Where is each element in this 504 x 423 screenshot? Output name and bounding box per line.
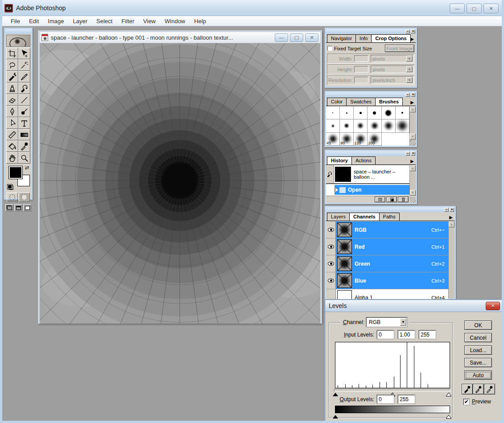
field-input[interactable] [354,55,368,62]
field-input[interactable] [354,77,368,83]
visibility-well[interactable] [326,255,336,272]
tab-channels[interactable]: Channels [349,213,380,221]
tab-navigator[interactable]: Navigator [327,34,356,42]
panel-menu-icon[interactable]: ▶ [409,158,415,164]
menu-item-image[interactable]: Image [44,16,68,26]
panel-close-icon[interactable]: × [411,152,415,156]
crop-tool[interactable] [6,48,18,59]
panel-close-icon[interactable]: × [411,29,415,33]
history-brush-source-well[interactable] [326,165,334,183]
fullscreen-menubar-mode-button[interactable] [14,204,22,211]
doc-maximize-button[interactable]: ▢ [290,33,303,42]
brush-preset[interactable]: 90 [340,133,354,146]
menu-item-help[interactable]: Help [190,16,210,26]
tab-layers[interactable]: Layers [327,213,350,221]
levels-button-ok[interactable]: OK [464,320,492,330]
paint-bucket-tool[interactable] [6,140,18,152]
front-image-button[interactable]: Front Image [385,45,414,52]
doc-close-button[interactable]: ✕ [305,33,318,42]
type-tool[interactable] [18,117,30,129]
app-titlebar[interactable]: Adobe Photoshop — ▢ ✕ [0,0,504,16]
pen-tool[interactable] [6,106,18,117]
brush-preset[interactable] [326,107,340,119]
dropdown-arrow-icon[interactable]: ▼ [406,66,413,72]
channel-thumbnail[interactable] [337,273,352,288]
menu-item-filter[interactable]: Filter [117,16,138,26]
eraser-tool[interactable] [6,94,18,106]
menu-item-view[interactable]: View [139,16,160,26]
scroll-up-icon[interactable]: ▲ [410,107,416,112]
brush-preset[interactable] [354,107,368,119]
gray-point-eyedropper-button[interactable] [473,384,484,394]
dropdown-arrow-icon[interactable]: ▼ [406,77,413,83]
output-white-field[interactable]: 255 [398,395,415,403]
hand-tool[interactable] [6,152,18,164]
history-scrollbar[interactable]: ▲ ▼ [409,165,416,196]
channel-row[interactable]: Green Ctrl+2 [326,255,448,272]
dropdown-arrow-icon[interactable]: ▼ [400,318,406,326]
brush-preset[interactable] [382,107,396,119]
toolbox-titlebar[interactable] [5,29,31,34]
brush-preset[interactable] [340,119,354,132]
line-tool[interactable] [18,94,30,106]
black-point-eyedropper-button[interactable] [462,384,473,394]
standard-mode-button[interactable] [7,193,18,202]
output-white-slider[interactable] [446,414,452,418]
foreground-color-swatch[interactable] [9,166,22,179]
menu-item-file[interactable]: File [7,16,24,26]
output-black-field[interactable]: 0 [377,395,394,403]
lasso-tool[interactable] [6,59,18,71]
input-black-field[interactable]: 0 [377,330,394,339]
panel-titlebar[interactable]: ‒ × [326,151,416,156]
menu-item-window[interactable]: Window [161,16,189,26]
levels-button-save[interactable]: Save... [464,358,492,367]
minimize-button[interactable]: — [450,4,465,13]
menu-item-select[interactable]: Select [92,16,116,26]
preview-checkbox[interactable]: ✔ [463,399,469,405]
history-state-row[interactable]: Open [326,185,409,195]
canvas-image[interactable] [40,43,320,324]
direct-selection-tool[interactable] [6,117,18,129]
unit-dropdown[interactable]: pixels▼ [371,55,413,62]
tab-paths[interactable]: Paths [379,213,400,221]
quick-mask-mode-button[interactable] [19,193,30,202]
blur-tool[interactable] [18,106,30,117]
scroll-down-icon[interactable]: ▼ [410,134,416,140]
tab-brushes[interactable]: Brushes [375,98,403,106]
panel-close-icon[interactable]: × [450,208,454,212]
tab-info[interactable]: Info [355,34,372,42]
scroll-up-icon[interactable]: ▲ [449,222,454,227]
doc-minimize-button[interactable]: — [275,33,288,42]
brush-preset[interactable] [326,119,340,132]
brush-preset[interactable] [396,119,409,132]
panel-close-icon[interactable]: × [411,93,415,97]
channels-scrollbar[interactable]: ▲ [448,222,454,298]
levels-button-load[interactable]: Load... [464,345,492,355]
magic-wand-tool[interactable] [18,59,30,71]
zoom-tool[interactable] [18,152,30,164]
new-snapshot-button[interactable] [386,197,397,202]
channel-thumbnail[interactable] [337,239,352,254]
channel-row[interactable]: Red Ctrl+1 [326,238,448,255]
delete-button[interactable] [398,197,409,202]
measure-tool[interactable] [6,129,18,140]
channel-row[interactable]: RGB Ctrl+~ [326,222,448,238]
airbrush-tool[interactable] [6,71,18,82]
eyedropper-tool[interactable] [18,140,30,152]
clone-stamp-tool[interactable] [6,82,18,94]
fixed-target-size-checkbox[interactable] [327,46,332,51]
brush-preset[interactable] [396,107,409,119]
output-black-slider[interactable] [333,414,339,418]
unit-dropdown[interactable]: pixels/inch▼ [371,76,413,84]
panel-minimize-icon[interactable]: ‒ [405,93,410,97]
channel-dropdown[interactable]: RGB ▼ [366,317,407,327]
input-gamma-field[interactable]: 1.00 [398,330,415,339]
tab-actions[interactable]: Actions [351,156,376,164]
close-button[interactable]: ✕ [483,4,499,13]
swap-colors-icon[interactable]: ⇄ [25,165,29,171]
visibility-well[interactable] [326,272,336,289]
field-input[interactable] [354,66,368,73]
scroll-up-icon[interactable]: ▲ [410,165,416,171]
panel-minimize-icon[interactable]: ‒ [405,152,410,156]
panel-titlebar[interactable]: ‒ × [326,207,454,212]
